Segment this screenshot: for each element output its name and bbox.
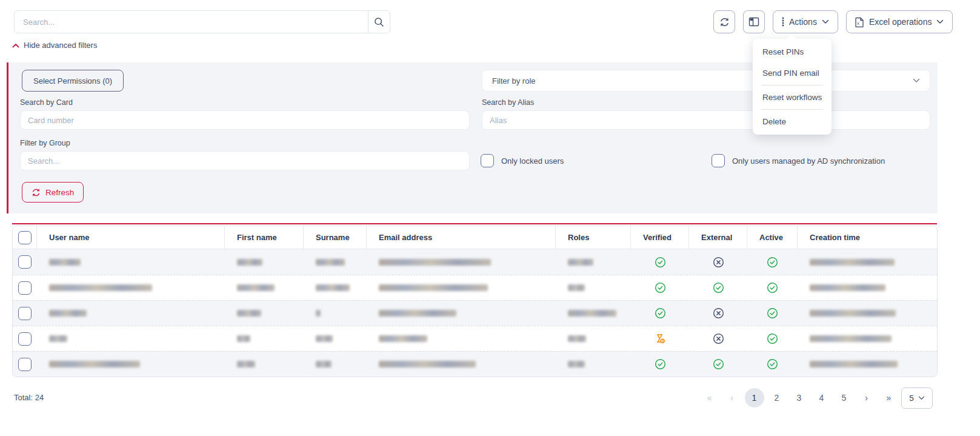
chevron-down-icon xyxy=(822,19,829,24)
external-cell xyxy=(689,333,747,344)
active-cell xyxy=(747,333,798,344)
redacted-text xyxy=(810,310,896,317)
previous-page-button[interactable]: ‹ xyxy=(721,388,743,407)
filter-by-group-label: Filter by Group xyxy=(20,139,70,147)
page-button-5[interactable]: 5 xyxy=(833,388,855,407)
next-page-button[interactable]: › xyxy=(855,388,878,407)
first-page-button[interactable]: « xyxy=(698,388,721,407)
column-header-user-name[interactable]: User name xyxy=(37,226,225,249)
redacted-text xyxy=(49,310,87,317)
active-cell xyxy=(747,282,798,293)
menu-item-reset-pins[interactable]: Reset PINs xyxy=(753,41,832,62)
redacted-text xyxy=(316,361,332,367)
column-header-creation-time[interactable]: Creation time xyxy=(798,226,937,249)
advanced-filters-toggle[interactable]: Hide advanced filters xyxy=(12,41,97,50)
creation-time-cell xyxy=(798,284,937,291)
surname-cell xyxy=(304,310,367,317)
actions-button[interactable]: Actions xyxy=(773,10,838,33)
column-header-active[interactable]: Active xyxy=(747,226,798,249)
roles-cell xyxy=(556,335,631,342)
redacted-text xyxy=(379,361,476,367)
refresh-icon xyxy=(32,188,41,197)
header-checkbox-cell xyxy=(13,226,37,249)
only-ad-users-checkbox[interactable] xyxy=(712,154,725,167)
active-cell xyxy=(747,257,798,268)
column-header-external[interactable]: External xyxy=(689,226,747,249)
row-checkbox[interactable] xyxy=(18,307,32,320)
columns-layout-icon xyxy=(748,16,759,27)
roles-cell xyxy=(556,259,631,266)
alias-input[interactable] xyxy=(482,110,930,130)
surname-cell xyxy=(304,259,367,266)
redacted-text xyxy=(379,310,456,317)
actions-button-label: Actions xyxy=(789,17,817,27)
verified-cell xyxy=(631,333,689,344)
row-checkbox[interactable] xyxy=(18,281,32,295)
only-ad-users-label: Only users managed by AD synchronization xyxy=(732,156,885,166)
column-header-verified[interactable]: Verified xyxy=(631,226,689,249)
redacted-text xyxy=(810,284,885,291)
first-name-cell xyxy=(225,259,304,266)
only-locked-users-row: Only locked users xyxy=(481,154,564,167)
row-checkbox[interactable] xyxy=(18,255,32,269)
table-row[interactable] xyxy=(13,249,937,275)
filters-refresh-button[interactable]: Refresh xyxy=(22,182,84,203)
column-header-surname[interactable]: Surname xyxy=(304,226,367,249)
table-row[interactable] xyxy=(13,275,937,300)
group-search-input[interactable] xyxy=(20,151,470,170)
verified-cell xyxy=(631,257,689,268)
select-permissions-button[interactable]: Select Permissions (0) xyxy=(22,70,124,92)
last-page-button[interactable]: » xyxy=(878,388,900,407)
card-number-input[interactable] xyxy=(20,110,470,130)
roles-cell xyxy=(556,284,631,291)
page-button-3[interactable]: 3 xyxy=(788,388,810,407)
select-all-checkbox[interactable] xyxy=(18,231,32,244)
advanced-filters-toggle-label: Hide advanced filters xyxy=(24,41,97,50)
redacted-text xyxy=(237,259,262,266)
page-size-select[interactable]: 5 xyxy=(901,387,933,409)
search-by-alias-label: Search by Alias xyxy=(482,98,534,107)
menu-item-reset-workflows[interactable]: Reset workflows xyxy=(753,87,832,108)
redacted-text xyxy=(237,284,275,291)
excel-operations-button[interactable]: x Excel operations xyxy=(846,10,953,33)
redacted-text xyxy=(379,335,427,342)
page-button-2[interactable]: 2 xyxy=(765,388,788,407)
chevron-down-icon xyxy=(913,78,920,83)
redacted-text xyxy=(316,335,333,342)
column-header-roles[interactable]: Roles xyxy=(556,226,631,249)
menu-divider xyxy=(761,109,823,110)
columns-button[interactable] xyxy=(743,10,765,33)
menu-item-send-pin-email[interactable]: Send PIN email xyxy=(753,62,832,84)
page-button-4[interactable]: 4 xyxy=(810,388,833,407)
filter-by-role-select[interactable]: Filter by role xyxy=(482,70,930,92)
search-input[interactable] xyxy=(15,11,368,33)
active-cell xyxy=(747,358,798,370)
creation-time-cell xyxy=(798,310,937,317)
user-name-cell xyxy=(37,310,225,317)
redacted-text xyxy=(810,361,898,367)
cross-circle-icon xyxy=(713,257,724,268)
refresh-grid-button[interactable] xyxy=(713,10,735,33)
table-header-row: User nameFirst nameSurnameEmail addressR… xyxy=(13,226,937,249)
check-circle-icon xyxy=(655,358,666,370)
users-table: User nameFirst nameSurnameEmail addressR… xyxy=(12,226,938,377)
table-row[interactable] xyxy=(13,300,937,326)
column-header-first-name[interactable]: First name xyxy=(225,226,304,249)
redacted-text xyxy=(237,335,250,342)
row-checkbox[interactable] xyxy=(18,358,32,371)
pending-hourglass-icon xyxy=(655,333,666,344)
table-row[interactable] xyxy=(13,326,937,351)
roles-cell xyxy=(556,361,631,367)
user-name-cell xyxy=(37,361,225,367)
search-button[interactable] xyxy=(368,11,390,33)
excel-file-icon: x xyxy=(855,17,864,27)
verified-cell xyxy=(631,282,689,293)
menu-item-delete[interactable]: Delete xyxy=(753,111,832,132)
row-checkbox[interactable] xyxy=(18,332,32,346)
check-circle-icon xyxy=(767,257,778,268)
table-row[interactable] xyxy=(13,351,937,377)
only-locked-users-checkbox[interactable] xyxy=(481,154,494,167)
page-button-1[interactable]: 1 xyxy=(745,388,764,407)
column-header-email-address[interactable]: Email address xyxy=(367,226,556,249)
check-circle-icon xyxy=(767,282,778,293)
